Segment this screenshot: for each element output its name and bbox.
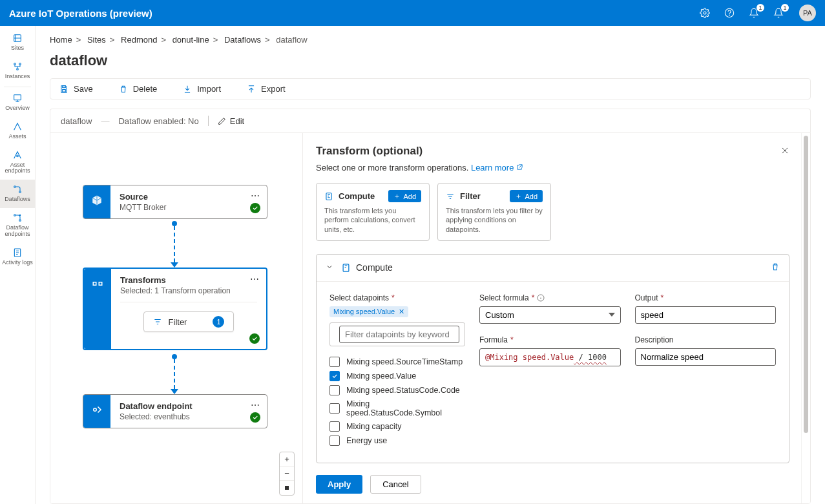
formula-select[interactable]: Custom <box>479 306 621 324</box>
filter-count-badge: 1 <box>213 316 224 328</box>
app-title: Azure IoT Operations (preview) <box>9 8 698 19</box>
transform-panel: Transform (optional) Select one or more … <box>303 133 801 503</box>
delete-section-button[interactable] <box>771 262 780 273</box>
checkbox[interactable] <box>329 403 340 414</box>
overview-icon <box>12 92 23 104</box>
nav-assets[interactable]: Assets <box>0 117 35 145</box>
datapoint-label: Mixing speed.StatusCode.Code <box>346 386 460 395</box>
node-transforms-sub: Selected: 1 Transform operation <box>120 286 257 295</box>
crumb-sites[interactable]: Sites <box>87 35 106 45</box>
import-button[interactable]: Import <box>183 84 221 94</box>
svg-point-4 <box>14 63 16 65</box>
svg-rect-16 <box>63 89 66 92</box>
checkbox[interactable] <box>329 385 340 395</box>
add-compute-button[interactable]: ＋ Add <box>388 190 421 202</box>
datapoint-label: Mixing speed.Value <box>346 372 416 381</box>
check-icon <box>250 203 260 213</box>
zoom-fit-button[interactable] <box>280 481 294 495</box>
scrollbar[interactable] <box>801 133 810 503</box>
delete-button[interactable]: Delete <box>119 84 158 94</box>
svg-point-12 <box>19 220 21 222</box>
datapoint-row[interactable]: Mixing speed.StatusCode.Code <box>329 385 465 395</box>
crumb-redmond[interactable]: Redmond <box>121 35 157 45</box>
external-link-icon <box>516 163 523 173</box>
checkbox[interactable] <box>329 357 340 367</box>
nav-activity-logs[interactable]: Activity logs <box>0 243 35 271</box>
cancel-button[interactable]: Cancel <box>370 475 421 494</box>
datapoint-label: Mixing speed.SourceTimeStamp <box>346 357 463 366</box>
nav-dataflow-endpoints[interactable]: Dataflow endpoints <box>0 208 35 243</box>
crumb-dataflows[interactable]: Dataflows <box>224 35 261 45</box>
save-button[interactable]: Save <box>59 84 93 94</box>
export-icon <box>247 85 256 94</box>
node-transforms[interactable]: ⋯ Transforms Selected: 1 Transform opera… <box>83 268 267 350</box>
chevron-down-icon[interactable] <box>326 263 333 273</box>
nav-overview[interactable]: Overview <box>0 89 35 117</box>
compute-icon <box>341 263 351 273</box>
toolbar: Save Delete Import Export <box>50 78 811 100</box>
edit-button[interactable]: Edit <box>218 116 244 126</box>
settings-icon[interactable] <box>698 6 711 19</box>
checkbox[interactable] <box>329 436 340 446</box>
nav-asset-endpoints[interactable]: Asset endpoints <box>0 145 35 180</box>
datapoint-row[interactable]: Mixing speed.StatusCode.Symbol <box>329 399 465 417</box>
learn-more-link[interactable]: Learn more <box>471 163 523 173</box>
checkbox[interactable] <box>329 421 340 432</box>
description-input[interactable] <box>635 348 777 366</box>
node-menu-icon[interactable]: ⋯ <box>251 191 260 201</box>
add-filter-button[interactable]: ＋ Add <box>510 190 543 202</box>
flow-canvas[interactable]: ⋯ Source MQTT Broker ⋯ Transforms <box>50 133 302 503</box>
datapoint-row[interactable]: Mixing speed.Value <box>329 371 465 381</box>
selected-tag[interactable]: Mixing speed.Value✕ <box>329 306 408 317</box>
info-icon[interactable] <box>537 294 545 302</box>
svg-point-8 <box>17 155 19 157</box>
scroll-thumb[interactable] <box>804 136 808 433</box>
avatar[interactable]: PA <box>799 5 816 21</box>
svg-rect-15 <box>63 85 66 87</box>
notification-badge: 1 <box>757 4 764 12</box>
crumb-home[interactable]: Home <box>50 35 72 45</box>
svg-point-9 <box>14 186 16 188</box>
panel-subtitle: Select one or more transform operations.… <box>316 163 789 173</box>
notification-icon[interactable]: 1 <box>747 6 760 19</box>
datapoint-row[interactable]: Mixing speed.SourceTimeStamp <box>329 357 465 367</box>
formula-column: Select formula * Custom Formula * @Mixin… <box>479 293 621 450</box>
export-button[interactable]: Export <box>247 84 286 94</box>
transform-icon <box>92 278 103 289</box>
crumb-donut[interactable]: donut-line <box>172 35 209 45</box>
node-source[interactable]: ⋯ Source MQTT Broker <box>83 185 267 219</box>
dataflows-icon <box>12 184 23 195</box>
status-name: dataflow <box>61 116 92 126</box>
zoom-in-button[interactable]: + <box>280 452 294 467</box>
svg-point-19 <box>94 408 97 412</box>
asset-endpoints-icon <box>12 149 23 161</box>
node-source-title: Source <box>120 192 258 202</box>
datapoints-column: Select datapoints * Mixing speed.Value✕ … <box>329 293 465 450</box>
output-input[interactable] <box>635 306 777 324</box>
transform-filter-pill[interactable]: Filter 1 <box>143 311 235 332</box>
nav-instances[interactable]: Instances <box>0 57 35 85</box>
help-icon[interactable] <box>723 6 736 19</box>
tag-remove-icon[interactable]: ✕ <box>399 308 404 316</box>
svg-point-1 <box>725 8 733 17</box>
datapoint-row[interactable]: Mixing capacity <box>329 421 465 432</box>
datapoint-search[interactable] <box>329 322 465 346</box>
close-icon[interactable] <box>780 146 789 157</box>
feedback-icon[interactable]: 1 <box>772 6 785 19</box>
formula-input[interactable]: @Mixing speed.Value / 1000 <box>479 348 621 366</box>
datapoint-label: Mixing speed.StatusCode.Symbol <box>346 399 465 417</box>
nav-dataflows[interactable]: Dataflows <box>0 180 35 208</box>
node-endpoint[interactable]: ⋯ Dataflow endpoint Selected: eventhubs <box>83 394 267 428</box>
svg-rect-20 <box>285 486 289 490</box>
apply-button[interactable]: Apply <box>316 475 362 494</box>
node-endpoint-sub: Selected: eventhubs <box>120 412 258 421</box>
cube-icon <box>91 194 103 206</box>
node-menu-icon[interactable]: ⋯ <box>251 400 260 410</box>
datapoint-row[interactable]: Energy use <box>329 436 465 446</box>
svg-point-11 <box>14 215 16 216</box>
datapoint-search-input[interactable] <box>339 326 459 343</box>
zoom-out-button[interactable]: − <box>280 467 294 481</box>
nav-sites[interactable]: Sites <box>0 28 35 57</box>
node-menu-icon[interactable]: ⋯ <box>250 274 260 284</box>
checkbox[interactable] <box>329 371 340 381</box>
